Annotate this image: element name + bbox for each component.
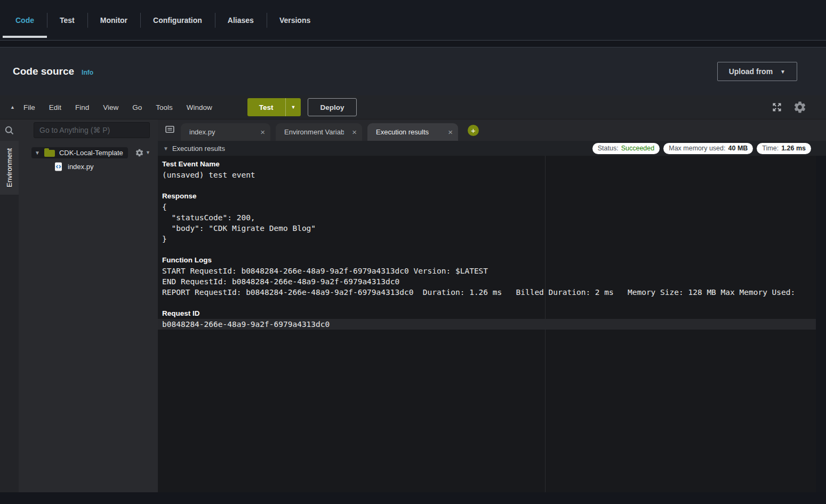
editor-tabstrip: index.py × Environment Variables × Execu…	[158, 119, 826, 141]
tab-list-icon[interactable]	[164, 124, 175, 137]
menu-edit[interactable]: Edit	[49, 103, 61, 111]
settings-gear-icon[interactable]	[793, 100, 807, 114]
test-button[interactable]: Test	[247, 98, 285, 116]
left-rail: Environment	[0, 119, 19, 492]
memory-value: 40 MB	[728, 145, 748, 152]
pane-title[interactable]: Execution results	[172, 145, 225, 153]
python-file-icon	[54, 162, 63, 172]
menu-go[interactable]: Go	[132, 103, 142, 111]
tab-versions-label: Versions	[279, 16, 310, 25]
status-label: Status:	[598, 145, 619, 152]
menu-window[interactable]: Window	[187, 103, 212, 111]
page-title: Code source	[13, 66, 74, 77]
collapse-panel-icon[interactable]: ▲	[10, 105, 15, 110]
tab-versions[interactable]: Versions	[267, 0, 323, 40]
close-icon[interactable]: ×	[260, 128, 265, 136]
menu-find[interactable]: Find	[75, 103, 89, 111]
folder-row-selected[interactable]: ▼ CDK-Local-Template	[31, 147, 128, 158]
add-tab-icon[interactable]: +	[468, 125, 479, 136]
menu-tools[interactable]: Tools	[156, 103, 173, 111]
upload-from-label: Upload from	[729, 67, 773, 76]
chevron-down-icon: ▼	[780, 69, 785, 75]
tab-aliases[interactable]: Aliases	[215, 0, 267, 40]
fullscreen-icon[interactable]	[772, 102, 782, 113]
editor-tab-environment-variables[interactable]: Environment Variables ×	[276, 123, 362, 141]
pane-disclosure-icon[interactable]: ▼	[163, 146, 169, 151]
test-split-button: Test ▼	[247, 98, 301, 116]
time-value: 1.26 ms	[781, 145, 806, 152]
tree-row-file[interactable]: index.py	[19, 159, 158, 173]
tree-row-folder: ▼ CDK-Local-Template ▼	[19, 146, 158, 159]
response-header: Response	[162, 191, 826, 202]
execution-results-content[interactable]: Test Event Name (unsaved) test event Res…	[158, 156, 826, 492]
function-logs-header: Function Logs	[162, 255, 826, 266]
gear-icon	[135, 148, 144, 157]
folder-disclosure-icon[interactable]: ▼	[35, 150, 40, 156]
close-icon[interactable]: ×	[352, 128, 357, 136]
menu-view[interactable]: View	[103, 103, 118, 111]
chevron-down-icon: ▼	[291, 105, 296, 110]
response-line: "statusCode": 200,	[162, 212, 826, 223]
tree-settings-button[interactable]: ▼	[135, 148, 150, 157]
chevron-down-icon: ▼	[146, 150, 150, 155]
folder-icon	[44, 150, 55, 157]
search-icon	[4, 125, 14, 135]
file-tree-panel: ▼ CDK-Local-Template ▼	[19, 119, 158, 492]
folder-name: CDK-Local-Template	[59, 149, 123, 157]
memory-badge: Max memory used: 40 MB	[663, 143, 753, 154]
request-id-header: Request ID	[162, 308, 826, 319]
time-label: Time:	[762, 145, 779, 152]
upload-from-button[interactable]: Upload from ▼	[717, 62, 797, 81]
test-event-name-header: Test Event Name	[162, 159, 826, 170]
code-source-header: Code source Info Upload from ▼	[0, 47, 826, 95]
log-line-report: REPORT RequestId: b0848284-266e-48a9-9a2…	[162, 287, 826, 298]
deploy-button[interactable]: Deploy	[308, 98, 356, 116]
code-source-panel: Code source Info Upload from ▼ ▲ File Ed…	[0, 47, 826, 492]
tab-monitor-label: Monitor	[100, 16, 127, 25]
response-line: }	[162, 234, 826, 244]
tab-configuration[interactable]: Configuration	[140, 0, 215, 40]
goto-anything-input[interactable]	[34, 122, 150, 138]
tab-configuration-label: Configuration	[153, 16, 202, 25]
test-dropdown-button[interactable]: ▼	[285, 98, 301, 116]
time-badge: Time: 1.26 ms	[757, 143, 811, 154]
status-value: Succeeded	[621, 145, 655, 152]
request-id-value: b0848284-266e-48a9-9a2f-6979a4313dc0	[158, 319, 816, 330]
response-line: "body": "CDK Migrate Demo Blog"	[162, 223, 826, 234]
status-badge: Status: Succeeded	[592, 143, 660, 154]
tab-test[interactable]: Test	[47, 0, 87, 40]
tab-code[interactable]: Code	[3, 0, 47, 40]
tab-label: Environment Variables	[284, 128, 344, 136]
result-badges: Status: Succeeded Max memory used: 40 MB…	[592, 143, 811, 154]
tab-code-label: Code	[15, 16, 34, 25]
test-event-name-value: (unsaved) test event	[162, 170, 826, 180]
close-icon[interactable]: ×	[448, 128, 453, 136]
ide-body: Environment ▼ CDK-Local-Template ▼	[0, 119, 826, 492]
ide-menubar: ▲ File Edit Find View Go Tools Window Te…	[0, 95, 826, 119]
execution-results-header: ▼ Execution results Status: Succeeded Ma…	[158, 141, 826, 156]
log-line-start: START RequestId: b0848284-266e-48a9-9a2f…	[162, 266, 826, 276]
tab-label: Execution results	[376, 128, 443, 136]
search-button[interactable]	[0, 119, 19, 141]
function-nav: Code Test Monitor Configuration Aliases …	[0, 0, 826, 41]
tab-test-label: Test	[60, 16, 75, 25]
log-line-end: END RequestId: b0848284-266e-48a9-9a2f-6…	[162, 276, 826, 287]
tab-monitor[interactable]: Monitor	[87, 0, 140, 40]
response-line: {	[162, 202, 826, 212]
file-name: index.py	[68, 163, 93, 171]
memory-label: Max memory used:	[669, 145, 725, 152]
tab-label: index.py	[189, 128, 252, 136]
menu-file[interactable]: File	[23, 103, 35, 111]
editor-tab-index-py[interactable]: index.py ×	[181, 123, 270, 141]
tab-aliases-label: Aliases	[228, 16, 254, 25]
info-link[interactable]: Info	[82, 69, 93, 76]
editor-tab-execution-results[interactable]: Execution results ×	[367, 123, 458, 141]
ide: ▲ File Edit Find View Go Tools Window Te…	[0, 95, 826, 492]
environment-side-tab[interactable]: Environment	[0, 141, 19, 195]
editor-pane: index.py × Environment Variables × Execu…	[158, 119, 826, 492]
